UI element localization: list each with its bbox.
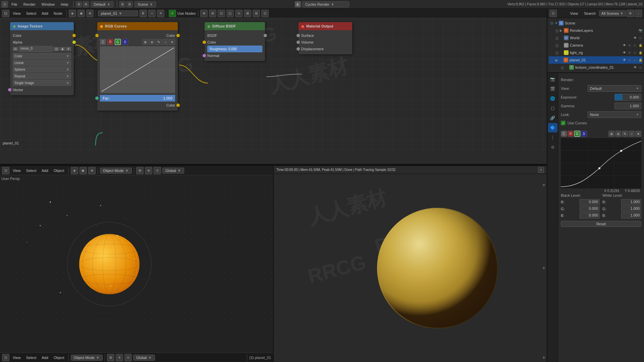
render-curve-zoom-out[interactable]: ⊖ xyxy=(615,131,621,137)
curve-channel-g[interactable]: G xyxy=(115,39,121,45)
node-view-menu[interactable]: View xyxy=(11,11,23,16)
vp-type-icon[interactable]: ⊡ xyxy=(2,167,9,174)
render-tab[interactable]: 📷 xyxy=(548,74,557,84)
select-menu[interactable]: Select xyxy=(24,168,39,173)
world-props-tab[interactable]: 🌐 xyxy=(548,94,557,103)
sort-icon[interactable]: ↓ xyxy=(635,10,642,17)
look-value[interactable]: None ▼ xyxy=(588,111,641,118)
fac-row[interactable]: Fac: 1.000 xyxy=(100,95,175,102)
node-diffuse-bsdf[interactable]: ◉ Diffuse BSDF BSDF Color xyxy=(205,22,265,61)
curves-display[interactable] xyxy=(100,46,175,93)
black-g-input[interactable]: 0.000 xyxy=(580,206,600,212)
source-dropdown[interactable]: Single Image ▼ xyxy=(13,80,71,86)
node-icon8[interactable]: ⊡ xyxy=(261,10,269,17)
node-icon6[interactable]: ⊠ xyxy=(244,10,251,17)
gamma-value[interactable]: 1.000 xyxy=(614,103,641,109)
node-add-datablock[interactable]: + xyxy=(148,10,156,17)
fac-input[interactable]: Fac: 1.000 xyxy=(100,95,175,102)
render-ch-c[interactable]: C xyxy=(561,131,567,137)
tree-item-scene[interactable]: ⊙ ▼ S Scene xyxy=(549,19,643,27)
curve-zoom-in[interactable]: ⊕ xyxy=(142,39,148,45)
tab-view[interactable]: View xyxy=(568,11,581,16)
node-icon7[interactable]: ⊞ xyxy=(253,10,260,17)
planet-lock-btn[interactable]: 🔒 xyxy=(638,58,643,62)
nodes-canvas[interactable]: 人人素材 RRCG RRCG 人人素材 xyxy=(0,9,547,155)
node-rgb-curves[interactable]: ◉ RGB Curves Color C xyxy=(97,22,178,111)
object-menu[interactable]: Object xyxy=(52,168,66,173)
node-icon5[interactable]: ⊙ xyxy=(235,10,243,17)
view-menu[interactable]: View xyxy=(11,168,23,173)
interpolation-dropdown[interactable]: Linear ▼ xyxy=(13,60,71,66)
white-b-input[interactable]: 1.000 xyxy=(621,213,641,219)
file-selector-row[interactable]: ⊡ moon_0 ◫ ◈ ✕ xyxy=(13,46,71,52)
node-icon2[interactable]: ⊞ xyxy=(209,10,216,17)
curve-channel-r[interactable]: R xyxy=(107,39,113,45)
node-image-texture[interactable]: ◉ Image Texture Color Alpha xyxy=(10,22,74,95)
render-right-icon[interactable]: + xyxy=(542,265,545,271)
browse-file-btn[interactable]: ◫ xyxy=(54,47,59,51)
curve-reset[interactable]: ✕ xyxy=(169,39,175,45)
black-r-input[interactable]: 0.000 xyxy=(580,199,600,205)
render-zoom-in[interactable]: + xyxy=(538,167,544,173)
world-eye-icon[interactable]: 👁 xyxy=(633,36,637,40)
viewport-render[interactable]: Time:00:00.00 | Mem:41.50M, Peak:41.50M … xyxy=(274,166,547,362)
render-engine-selector[interactable]: Cycles Render ▼ xyxy=(302,1,349,7)
vp-global-selector2[interactable]: Global ▼ xyxy=(133,355,155,361)
camera-render-btn[interactable]: ◎ xyxy=(633,43,637,48)
material-tab[interactable]: 🔷 xyxy=(548,123,557,132)
tree-item-texture-coords[interactable]: ◫ T texture_coordinates_01 👁 ◎ xyxy=(549,64,643,71)
white-r-row[interactable]: R: 1.000 xyxy=(602,199,641,205)
render-corner-bottom-icon[interactable]: + xyxy=(542,355,545,361)
use-nodes-checkbox[interactable]: ✓ xyxy=(169,10,176,17)
render-curves-graph[interactable] xyxy=(561,138,641,188)
scene-selector[interactable]: Scene ▼ xyxy=(135,1,156,7)
roughness-row[interactable]: Roughness: 0.000 xyxy=(207,46,262,52)
node-remove-datablock[interactable]: ✕ xyxy=(157,10,164,17)
render-ch-g[interactable]: G xyxy=(574,131,580,137)
node-render-icon1[interactable]: ◈ xyxy=(69,10,76,17)
node-render-icon3[interactable]: ⊕ xyxy=(86,10,94,17)
menu-help[interactable]: Help xyxy=(58,2,71,7)
tree-item-planet01[interactable]: ▶ P planet_01 👁 ⊕ ◎ 🔒 xyxy=(549,56,643,64)
filename-display[interactable]: moon_0 xyxy=(19,46,53,52)
extension-dropdown[interactable]: Repeat ▼ xyxy=(13,73,71,79)
render-ch-r[interactable]: R xyxy=(568,131,574,137)
object-mode-selector[interactable]: Object Mode ▼ xyxy=(100,168,132,174)
vp-object-mode-selector[interactable]: Object Mode ▼ xyxy=(71,355,103,361)
light-cursor-btn[interactable]: ⊕ xyxy=(627,50,632,55)
particles-tab[interactable]: ⋮ xyxy=(548,133,557,142)
render-curve-reset-btn[interactable]: ✕ xyxy=(635,131,641,137)
view-row[interactable]: View: Default ▼ xyxy=(561,84,641,93)
reset-button[interactable]: Reset xyxy=(561,221,641,227)
black-b-row[interactable]: B: 0.000 xyxy=(561,212,600,219)
texcoord-eye-btn[interactable]: 👁 xyxy=(633,65,637,70)
vp-select-btn[interactable]: Select xyxy=(24,355,39,360)
global-selector[interactable]: Global ▼ xyxy=(162,168,184,174)
node-snap-icon[interactable]: ⊕ xyxy=(200,10,208,17)
camera-lock-btn[interactable]: 🔒 xyxy=(638,43,643,48)
open-file-btn[interactable]: ◈ xyxy=(60,47,65,51)
workspace-selector[interactable]: Default ▼ xyxy=(91,1,114,7)
camera-vis-icon[interactable]: 📷 xyxy=(638,28,643,33)
light-eye-btn[interactable]: 👁 xyxy=(622,50,627,55)
vp-bottom-icon2[interactable]: ⊙ xyxy=(124,354,132,361)
tree-item-world[interactable]: ◫ W World 👁 ◎ xyxy=(549,34,643,42)
tree-item-camera[interactable]: ◫ C Camera 👁 ⊕ ◎ 🔒 xyxy=(549,42,643,49)
snap-icon[interactable]: ⊕ xyxy=(145,167,152,174)
planet-render-btn[interactable]: ◎ xyxy=(633,58,637,62)
node-select-menu[interactable]: Select xyxy=(24,11,39,16)
workspace-icon-1[interactable]: ⊞ xyxy=(76,1,82,7)
render-curve-pen[interactable]: ✎ xyxy=(622,131,628,137)
vp-mode-icon2[interactable]: ◉ xyxy=(79,167,87,174)
node-icon4[interactable]: ◫ xyxy=(226,10,234,17)
exposure-row[interactable]: Exposure: 0.000 xyxy=(561,93,641,101)
delete-file-btn[interactable]: ✕ xyxy=(66,47,71,51)
curve-pen[interactable]: ✎ xyxy=(156,39,162,45)
white-b-row[interactable]: B: 1.000 xyxy=(602,212,641,219)
vp-bottom-icon[interactable]: ⊡ xyxy=(2,354,9,361)
pivot-icon[interactable]: ⊙ xyxy=(154,167,161,174)
fake-user-btn[interactable]: F xyxy=(140,10,147,17)
global-mode-icon[interactable]: ⊞ xyxy=(136,167,144,174)
vp-object-btn[interactable]: Object xyxy=(52,355,66,360)
color-space-dropdown[interactable]: Color ▼ xyxy=(13,53,71,59)
